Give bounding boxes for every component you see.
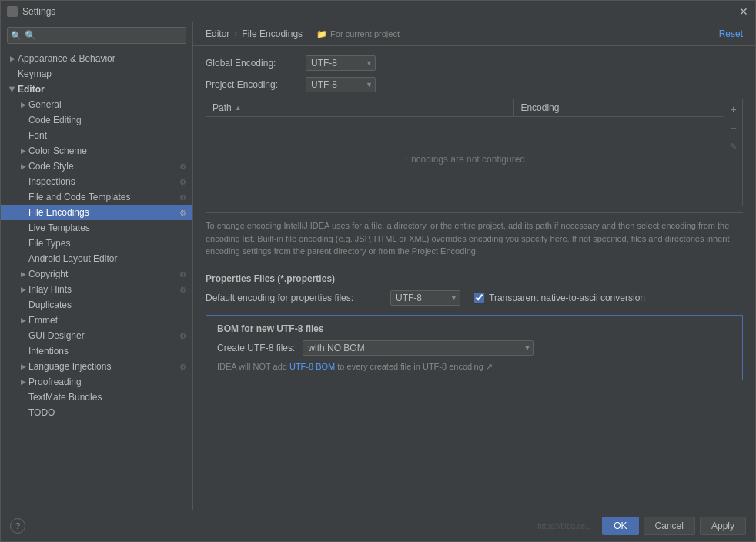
reset-button[interactable]: Reset <box>719 28 743 39</box>
gear-icon-code-style: ⚙ <box>179 162 186 171</box>
close-button[interactable]: ✕ <box>738 6 749 17</box>
sidebar-item-intentions[interactable]: Intentions <box>1 343 192 359</box>
project-encoding-wrapper: UTF-8 UTF-16 ISO-8859-1 ▼ <box>306 77 376 92</box>
search-input[interactable] <box>7 27 186 44</box>
bom-select[interactable]: with NO BOM with BOM with BOM if needed <box>303 340 534 356</box>
expand-arrow-copyright: ▶ <box>18 269 28 279</box>
sidebar-item-emmet[interactable]: ▶ Emmet <box>1 313 192 328</box>
bom-info-prefix: IDEA will NOT add <box>217 362 289 371</box>
folder-icon: 📁 <box>316 29 327 39</box>
ok-button[interactable]: OK <box>602 517 638 535</box>
title-bar-controls: ✕ <box>738 6 749 17</box>
search-area: 🔍 <box>1 22 192 49</box>
properties-section: Properties Files (*.properties) Default … <box>206 273 743 306</box>
sidebar-item-proofreading[interactable]: ▶ Proofreading <box>1 374 192 390</box>
gear-icon-gui-designer: ⚙ <box>179 332 186 340</box>
bom-section: BOM for new UTF-8 files Create UTF-8 fil… <box>206 315 743 380</box>
sidebar-item-inlay-hints[interactable]: ▶ Inlay Hints ⚙ <box>1 282 192 297</box>
project-encoding-label: Project Encoding: <box>206 79 298 90</box>
sidebar: 🔍 ▶ Appearance & Behavior Keymap ▶ Edito <box>1 22 193 510</box>
sidebar-item-file-types[interactable]: File Types <box>1 236 192 251</box>
gear-icon-copyright: ⚙ <box>179 270 186 279</box>
sidebar-label-appearance: Appearance & Behavior <box>18 53 186 64</box>
empty-table-message: Encodings are not configured <box>405 154 525 165</box>
transparent-conversion-checkbox[interactable] <box>474 293 484 303</box>
breadcrumb-current: File Encodings <box>242 28 303 39</box>
global-encoding-select[interactable]: UTF-8 UTF-16 ISO-8859-1 <box>306 55 376 71</box>
footer: ? https://blog.cs... OK Cancel Apply <box>1 510 755 541</box>
sidebar-item-keymap[interactable]: Keymap <box>1 66 192 82</box>
sidebar-label-intentions: Intentions <box>28 346 186 356</box>
sidebar-item-font[interactable]: Font <box>1 128 192 143</box>
sidebar-label-inlay-hints: Inlay Hints <box>28 284 176 295</box>
sidebar-item-gui-designer[interactable]: GUI Designer ⚙ <box>1 328 192 343</box>
properties-encoding-wrapper: UTF-8 UTF-16 ISO-8859-1 ▼ <box>390 290 460 306</box>
bom-section-title: BOM for new UTF-8 files <box>217 323 731 334</box>
table-side-toolbar: + − ✎ <box>724 99 742 206</box>
sidebar-label-proofreading: Proofreading <box>28 376 186 387</box>
gear-icon-language-injections: ⚙ <box>179 363 186 371</box>
expand-arrow-inlay-hints: ▶ <box>18 284 28 295</box>
title-bar: Settings ✕ <box>1 1 755 22</box>
sidebar-label-code-style: Code Style <box>28 161 176 172</box>
breadcrumb: Editor › File Encodings 📁 For current pr… <box>206 28 400 39</box>
sidebar-label-android-layout: Android Layout Editor <box>28 253 186 264</box>
encoding-column-header: Encoding <box>514 99 724 116</box>
sidebar-label-copyright: Copyright <box>28 269 176 279</box>
sidebar-item-textmate[interactable]: TextMate Bundles <box>1 390 192 405</box>
edit-path-button[interactable]: ✎ <box>725 138 742 155</box>
transparent-checkbox-row: Transparent native-to-ascii conversion <box>474 293 645 303</box>
sidebar-label-gui-designer: GUI Designer <box>28 330 176 341</box>
sidebar-label-keymap: Keymap <box>18 69 186 79</box>
sidebar-item-live-templates[interactable]: Live Templates <box>1 220 192 236</box>
apply-button[interactable]: Apply <box>700 517 746 535</box>
expand-arrow-language-injections: ▶ <box>18 361 28 372</box>
project-encoding-select[interactable]: UTF-8 UTF-16 ISO-8859-1 <box>306 77 376 92</box>
expand-arrow-general: ▶ <box>18 99 28 110</box>
sidebar-item-code-style[interactable]: ▶ Code Style ⚙ <box>1 159 192 174</box>
expand-arrow-color-scheme: ▶ <box>18 146 28 156</box>
sidebar-item-color-scheme[interactable]: ▶ Color Scheme <box>1 143 192 159</box>
sidebar-label-language-injections: Language Injections <box>28 361 176 372</box>
sidebar-label-color-scheme: Color Scheme <box>28 146 186 156</box>
remove-path-button[interactable]: − <box>725 119 742 136</box>
gear-icon-file-encodings: ⚙ <box>179 209 186 217</box>
sidebar-item-file-encodings[interactable]: File Encodings ⚙ <box>1 205 192 220</box>
sidebar-item-file-code-templates[interactable]: File and Code Templates ⚙ <box>1 189 192 205</box>
bom-row: Create UTF-8 files: with NO BOM with BOM… <box>217 340 731 356</box>
sidebar-label-todo: TODO <box>28 407 186 418</box>
sort-icon: ▲ <box>235 104 242 112</box>
expand-arrow-code-style: ▶ <box>18 161 28 172</box>
window-title: Settings <box>22 6 55 17</box>
expand-arrow-emmet: ▶ <box>18 315 28 326</box>
sidebar-item-general[interactable]: ▶ General <box>1 97 192 112</box>
table-main: Path ▲ Encoding Encodings are not config… <box>206 99 724 206</box>
sidebar-label-file-code-templates: File and Code Templates <box>28 192 176 202</box>
sidebar-item-code-editing[interactable]: Code Editing <box>1 112 192 128</box>
transparent-conversion-label: Transparent native-to-ascii conversion <box>489 293 645 303</box>
cancel-button[interactable]: Cancel <box>644 517 695 535</box>
table-header: Path ▲ Encoding <box>206 99 724 117</box>
add-path-button[interactable]: + <box>725 101 742 118</box>
help-button[interactable]: ? <box>10 518 25 534</box>
sidebar-label-editor: Editor <box>18 84 186 95</box>
sidebar-item-appearance[interactable]: ▶ Appearance & Behavior <box>1 51 192 66</box>
sidebar-item-android-layout[interactable]: Android Layout Editor <box>1 251 192 266</box>
sidebar-item-copyright[interactable]: ▶ Copyright ⚙ <box>1 266 192 282</box>
utf8-bom-link[interactable]: UTF-8 BOM <box>289 362 335 371</box>
create-utf8-label: Create UTF-8 files: <box>217 343 295 353</box>
settings-app-icon <box>7 6 18 17</box>
sidebar-item-editor[interactable]: ▶ Editor <box>1 82 192 97</box>
sidebar-label-inspections: Inspections <box>28 176 176 187</box>
properties-encoding-select[interactable]: UTF-8 UTF-16 ISO-8859-1 <box>390 290 460 306</box>
sidebar-item-language-injections[interactable]: ▶ Language Injections ⚙ <box>1 359 192 374</box>
expand-arrow-editor: ▶ <box>7 84 18 95</box>
gear-icon-inspections: ⚙ <box>179 178 186 186</box>
sidebar-label-duplicates: Duplicates <box>28 299 186 310</box>
sidebar-item-inspections[interactable]: Inspections ⚙ <box>1 174 192 189</box>
sidebar-item-todo[interactable]: TODO <box>1 405 192 420</box>
sidebar-item-duplicates[interactable]: Duplicates <box>1 297 192 313</box>
settings-window: Settings ✕ 🔍 ▶ Appearance & Behavior <box>0 0 756 542</box>
main-content: 🔍 ▶ Appearance & Behavior Keymap ▶ Edito <box>1 22 755 510</box>
gear-icon-inlay-hints: ⚙ <box>179 286 186 294</box>
